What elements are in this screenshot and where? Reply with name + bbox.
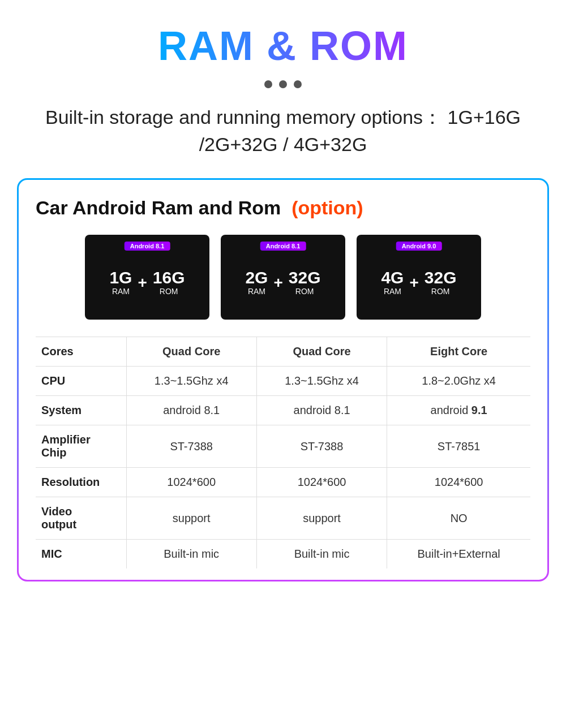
row-label-resolution: Resolution [36, 468, 126, 497]
rom-value-2: 32G [289, 269, 321, 286]
row-col3-amplifier: ST-7851 [387, 425, 530, 468]
dot-1 [264, 80, 272, 88]
ram-value-3: 4G [381, 269, 404, 286]
plus-1: + [138, 274, 147, 292]
row-col1-video: support [126, 497, 256, 540]
ram-value-1: 1G [109, 269, 132, 286]
android-badge-1: Android 8.1 [125, 242, 170, 251]
row-col1-cpu: 1.3~1.5Ghz x4 [126, 367, 256, 396]
table-row-cores: Cores Quad Core Quad Core Eight Core [36, 337, 530, 367]
spec-card: Car Android Ram and Rom (option) Android… [17, 178, 549, 581]
device-info-2: 2G RAM + 32G ROM [245, 269, 320, 296]
row-col1-amplifier: ST-7388 [126, 425, 256, 468]
row-label-amplifier: Amplifier Chip [36, 425, 126, 468]
row-col1-resolution: 1024*600 [126, 468, 256, 497]
device-card-1: Android 8.1 1G RAM + 16G ROM [85, 235, 209, 320]
row-col3-video: NO [387, 497, 530, 540]
plus-2: + [273, 274, 282, 292]
ram-block-3: 4G RAM [381, 269, 404, 296]
row-col3-system: android 9.1 [387, 396, 530, 425]
ram-block-1: 1G RAM [109, 269, 132, 296]
rom-block-2: 32G ROM [289, 269, 321, 296]
row-col3-mic: Built-in+External [387, 540, 530, 569]
device-info-1: 1G RAM + 16G ROM [109, 269, 185, 296]
subtitle: Built-in storage and running memory opti… [17, 104, 549, 158]
table-row-amplifier: Amplifier Chip ST-7388 ST-7388 ST-7851 [36, 425, 530, 468]
device-info-3: 4G RAM + 32G ROM [381, 269, 456, 296]
row-col1-system: android 8.1 [126, 396, 256, 425]
row-col2-mic: Built-in mic [256, 540, 387, 569]
android-badge-2: Android 8.1 [260, 242, 306, 251]
dot-3 [294, 80, 302, 88]
row-label-mic: MIC [36, 540, 126, 569]
device-card-3: Android 9.0 4G RAM + 32G ROM [357, 235, 481, 320]
spec-table: Cores Quad Core Quad Core Eight Core CPU… [36, 337, 530, 568]
row-col1-mic: Built-in mic [126, 540, 256, 569]
rom-value-1: 16G [153, 269, 185, 286]
table-row-system: System android 8.1 android 8.1 android 9… [36, 396, 530, 425]
table-row-video: Video output support support NO [36, 497, 530, 540]
rom-label-3: ROM [431, 287, 450, 296]
row-col2-cpu: 1.3~1.5Ghz x4 [256, 367, 387, 396]
dots-decoration [264, 80, 302, 88]
card-title: Car Android Ram and Rom (option) [36, 197, 530, 219]
dot-2 [279, 80, 287, 88]
row-col2-video: support [256, 497, 387, 540]
table-row-mic: MIC Built-in mic Built-in mic Built-in+E… [36, 540, 530, 569]
row-label-video: Video output [36, 497, 126, 540]
row-label-system: System [36, 396, 126, 425]
row-label-cpu: CPU [36, 367, 126, 396]
row-col3-cpu: 1.8~2.0Ghz x4 [387, 367, 530, 396]
row-col2-amplifier: ST-7388 [256, 425, 387, 468]
ram-block-2: 2G RAM [245, 269, 268, 296]
page-title: RAM & ROM [158, 23, 408, 69]
rom-label-1: ROM [160, 287, 178, 296]
ram-label-3: RAM [384, 287, 401, 296]
row-col3-resolution: 1024*600 [387, 468, 530, 497]
device-card-2: Android 8.1 2G RAM + 32G ROM [221, 235, 345, 320]
card-title-option: (option) [291, 197, 363, 218]
plus-3: + [409, 274, 418, 292]
device-images-row: Android 8.1 1G RAM + 16G ROM Android 8.1… [36, 235, 530, 320]
ram-label-2: RAM [248, 287, 265, 296]
row-col2-system: android 8.1 [256, 396, 387, 425]
rom-value-3: 32G [424, 269, 457, 286]
row-col1-cores: Quad Core [126, 337, 256, 367]
ram-value-2: 2G [245, 269, 268, 286]
row-label-cores: Cores [36, 337, 126, 367]
ram-label-1: RAM [112, 287, 130, 296]
table-row-resolution: Resolution 1024*600 1024*600 1024*600 [36, 468, 530, 497]
rom-label-2: ROM [295, 287, 314, 296]
row-col2-resolution: 1024*600 [256, 468, 387, 497]
card-title-main: Car Android Ram and Rom [36, 197, 281, 218]
android-badge-3: Android 9.0 [396, 242, 442, 251]
table-row-cpu: CPU 1.3~1.5Ghz x4 1.3~1.5Ghz x4 1.8~2.0G… [36, 367, 530, 396]
row-col3-cores: Eight Core [387, 337, 530, 367]
rom-block-1: 16G ROM [153, 269, 185, 296]
row-col2-cores: Quad Core [256, 337, 387, 367]
rom-block-3: 32G ROM [424, 269, 457, 296]
